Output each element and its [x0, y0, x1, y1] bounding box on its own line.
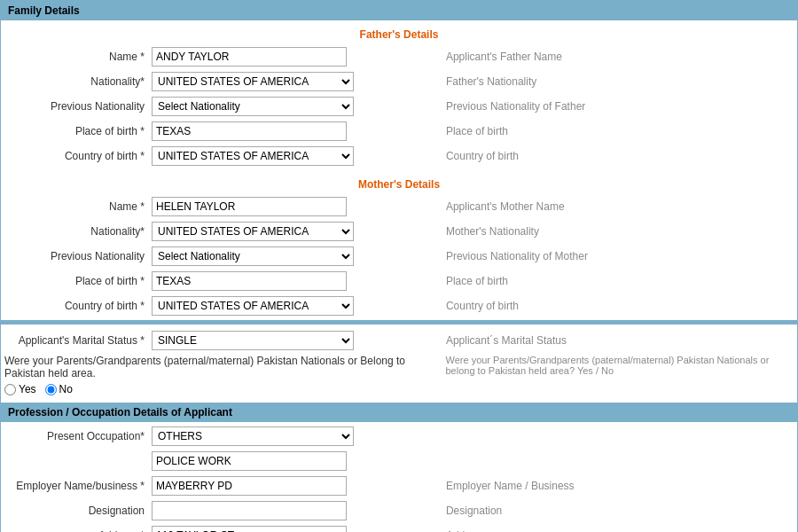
father-name-label: Name *	[1, 51, 152, 63]
father-nationality-label: Nationality*	[1, 75, 152, 88]
mother-country-row: Country of birth * UNITED STATES OF AMER…	[1, 293, 797, 318]
father-prev-nationality-hint: Previous Nationality of Father	[439, 100, 797, 113]
mother-country-label: Country of birth *	[1, 300, 152, 312]
mothers-details-title: Mother's Details	[1, 172, 797, 194]
father-country-hint: Country of birth	[439, 150, 797, 162]
fathers-details-section: Father's Details Name * Applicant's Fath…	[1, 20, 797, 170]
mother-nationality-select[interactable]: UNITED STATES OF AMERICA	[152, 222, 354, 241]
marital-status-select[interactable]: SINGLE	[152, 331, 354, 350]
mothers-details-section: Mother's Details Name * Applicant's Moth…	[1, 170, 797, 320]
profession-header: Profession / Occupation Details of Appli…	[1, 403, 797, 422]
mother-prev-nationality-row: Previous Nationality Select Nationality …	[1, 244, 797, 269]
father-nationality-hint: Father's Nationality	[439, 75, 797, 88]
fathers-details-title: Father's Details	[1, 22, 797, 44]
mother-place-label: Place of birth *	[1, 275, 152, 287]
father-place-label: Place of birth *	[1, 125, 152, 137]
mother-prev-nationality-hint: Previous Nationality of Mother	[439, 250, 797, 262]
occupation-select[interactable]: OTHERS	[152, 426, 354, 446]
parents-no-label[interactable]: No	[45, 383, 73, 395]
father-country-select[interactable]: UNITED STATES OF AMERICA	[152, 146, 354, 166]
father-nationality-select[interactable]: UNITED STATES OF AMERICA	[152, 72, 354, 91]
employer-hint: Employer Name / Business	[439, 480, 797, 492]
employer-row: Employer Name/business * Employer Name /…	[1, 473, 797, 498]
mother-country-hint: Country of birth	[439, 300, 797, 312]
address-input[interactable]	[152, 526, 347, 532]
father-place-input[interactable]	[152, 121, 347, 141]
occupation-text-input[interactable]	[152, 451, 347, 471]
occupation-text-row	[1, 449, 797, 473]
parents-question-row: Were your Parents/Grandparents (paternal…	[1, 353, 797, 381]
mother-prev-nationality-label: Previous Nationality	[1, 250, 152, 262]
father-name-hint: Applicant's Father Name	[439, 51, 797, 63]
family-details-header: Family Details	[1, 1, 797, 20]
father-prev-nationality-row: Previous Nationality Select Nationality …	[1, 94, 797, 119]
marital-status-label: Applicant's Marital Status *	[1, 334, 152, 347]
profession-section: Present Occupation* OTHERS Employer Name…	[1, 422, 797, 532]
address-row: Address * Address	[1, 523, 797, 532]
designation-hint: Designation	[439, 505, 797, 517]
designation-row: Designation Designation	[1, 498, 797, 523]
mother-name-label: Name *	[1, 200, 152, 213]
mother-prev-nationality-select[interactable]: Select Nationality	[152, 246, 354, 266]
mother-place-row: Place of birth * Place of birth	[1, 269, 797, 293]
parents-question-hint: Were your Parents/Grandparents (paternal…	[439, 355, 794, 376]
mother-country-select[interactable]: UNITED STATES OF AMERICA	[152, 296, 354, 316]
father-place-hint: Place of birth	[439, 125, 797, 137]
employer-input[interactable]	[152, 476, 347, 496]
father-nationality-row: Nationality* UNITED STATES OF AMERICA Fa…	[1, 69, 797, 94]
father-name-input[interactable]	[152, 47, 347, 66]
mother-nationality-label: Nationality*	[1, 225, 152, 238]
main-wrapper: Family Details Father's Details Name * A…	[0, 0, 798, 532]
father-prev-nationality-label: Previous Nationality	[1, 100, 152, 113]
mother-name-row: Name * Applicant's Mother Name	[1, 194, 797, 219]
marital-status-hint: Applicant´s Marital Status	[439, 334, 797, 347]
mother-name-input[interactable]	[152, 197, 347, 216]
mother-nationality-row: Nationality* UNITED STATES OF AMERICA Mo…	[1, 219, 797, 244]
mother-place-input[interactable]	[152, 271, 347, 291]
occupation-row: Present Occupation* OTHERS	[1, 424, 797, 449]
father-name-row: Name * Applicant's Father Name	[1, 44, 797, 69]
father-country-row: Country of birth * UNITED STATES OF AMER…	[1, 144, 797, 168]
father-country-label: Country of birth *	[1, 150, 152, 162]
mother-nationality-hint: Mother's Nationality	[439, 225, 797, 238]
mother-place-hint: Place of birth	[439, 275, 797, 287]
father-prev-nationality-select[interactable]: Select Nationality	[152, 97, 354, 116]
parents-question-text: Were your Parents/Grandparents (paternal…	[4, 355, 439, 379]
designation-input[interactable]	[152, 501, 347, 520]
marital-section: Applicant's Marital Status * SINGLE Appl…	[1, 325, 797, 403]
marital-status-row: Applicant's Marital Status * SINGLE Appl…	[1, 328, 797, 353]
employer-label: Employer Name/business *	[1, 480, 152, 492]
occupation-label: Present Occupation*	[1, 430, 152, 442]
parents-yes-radio[interactable]	[4, 384, 16, 395]
parents-radio-row: Yes No	[1, 381, 797, 399]
designation-label: Designation	[1, 505, 152, 517]
parents-yes-label[interactable]: Yes	[4, 383, 36, 395]
father-place-row: Place of birth * Place of birth	[1, 119, 797, 144]
mother-name-hint: Applicant's Mother Name	[439, 200, 797, 213]
parents-no-radio[interactable]	[45, 384, 57, 395]
